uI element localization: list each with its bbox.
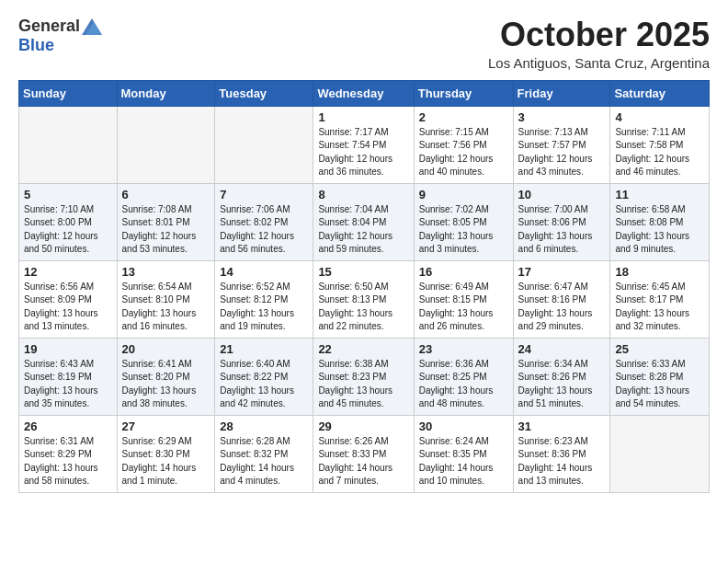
col-friday: Friday	[513, 80, 610, 106]
day-number: 13	[122, 265, 210, 279]
day-number: 21	[220, 342, 308, 356]
table-cell: 15Sunrise: 6:50 AM Sunset: 8:13 PM Dayli…	[313, 260, 414, 338]
table-cell: 26Sunrise: 6:31 AM Sunset: 8:29 PM Dayli…	[19, 415, 118, 492]
day-info: Sunrise: 7:00 AM Sunset: 8:06 PM Dayligh…	[518, 203, 606, 257]
table-cell: 9Sunrise: 7:02 AM Sunset: 8:05 PM Daylig…	[414, 183, 513, 260]
day-info: Sunrise: 6:29 AM Sunset: 8:30 PM Dayligh…	[122, 435, 210, 488]
col-saturday: Saturday	[610, 80, 710, 106]
day-info: Sunrise: 7:08 AM Sunset: 8:01 PM Dayligh…	[122, 203, 210, 257]
table-cell: 22Sunrise: 6:38 AM Sunset: 8:23 PM Dayli…	[313, 338, 414, 415]
table-cell: 11Sunrise: 6:58 AM Sunset: 8:08 PM Dayli…	[610, 183, 710, 260]
day-info: Sunrise: 6:49 AM Sunset: 8:15 PM Dayligh…	[419, 281, 508, 334]
day-info: Sunrise: 7:06 AM Sunset: 8:02 PM Dayligh…	[220, 203, 308, 257]
calendar-table: Sunday Monday Tuesday Wednesday Thursday…	[18, 80, 710, 493]
day-info: Sunrise: 7:11 AM Sunset: 7:58 PM Dayligh…	[615, 126, 704, 179]
table-cell	[215, 106, 313, 183]
month-title: October 2025	[488, 17, 710, 53]
table-cell: 6Sunrise: 7:08 AM Sunset: 8:01 PM Daylig…	[117, 183, 215, 260]
calendar-week-1: 1Sunrise: 7:17 AM Sunset: 7:54 PM Daylig…	[19, 106, 710, 183]
day-number: 18	[615, 265, 704, 279]
day-number: 4	[615, 110, 704, 124]
col-tuesday: Tuesday	[215, 80, 313, 106]
col-sunday: Sunday	[19, 80, 118, 106]
table-cell: 25Sunrise: 6:33 AM Sunset: 8:28 PM Dayli…	[610, 338, 710, 415]
day-number: 2	[419, 110, 508, 124]
day-info: Sunrise: 6:24 AM Sunset: 8:35 PM Dayligh…	[419, 435, 508, 488]
day-info: Sunrise: 6:43 AM Sunset: 8:19 PM Dayligh…	[24, 358, 112, 411]
table-cell: 1Sunrise: 7:17 AM Sunset: 7:54 PM Daylig…	[313, 106, 414, 183]
table-cell: 5Sunrise: 7:10 AM Sunset: 8:00 PM Daylig…	[19, 183, 118, 260]
table-cell: 21Sunrise: 6:40 AM Sunset: 8:22 PM Dayli…	[215, 338, 313, 415]
table-cell: 14Sunrise: 6:52 AM Sunset: 8:12 PM Dayli…	[215, 260, 313, 338]
col-thursday: Thursday	[414, 80, 513, 106]
day-number: 12	[24, 265, 112, 279]
table-cell: 20Sunrise: 6:41 AM Sunset: 8:20 PM Dayli…	[117, 338, 215, 415]
day-number: 22	[318, 342, 408, 356]
logo-blue-text: Blue	[18, 36, 54, 55]
table-cell	[19, 106, 118, 183]
day-info: Sunrise: 6:50 AM Sunset: 8:13 PM Dayligh…	[318, 281, 408, 334]
table-cell: 17Sunrise: 6:47 AM Sunset: 8:16 PM Dayli…	[513, 260, 610, 338]
table-cell: 31Sunrise: 6:23 AM Sunset: 8:36 PM Dayli…	[513, 415, 610, 492]
location-subtitle: Los Antiguos, Santa Cruz, Argentina	[488, 55, 710, 71]
calendar-header-row: Sunday Monday Tuesday Wednesday Thursday…	[19, 80, 710, 106]
table-cell	[117, 106, 215, 183]
table-cell	[610, 415, 710, 492]
day-info: Sunrise: 6:33 AM Sunset: 8:28 PM Dayligh…	[615, 358, 704, 411]
day-info: Sunrise: 7:15 AM Sunset: 7:56 PM Dayligh…	[419, 126, 508, 179]
col-wednesday: Wednesday	[313, 80, 414, 106]
table-cell: 16Sunrise: 6:49 AM Sunset: 8:15 PM Dayli…	[414, 260, 513, 338]
day-info: Sunrise: 6:45 AM Sunset: 8:17 PM Dayligh…	[615, 281, 704, 334]
day-number: 19	[24, 342, 112, 356]
day-number: 6	[122, 188, 210, 201]
day-info: Sunrise: 6:36 AM Sunset: 8:25 PM Dayligh…	[419, 358, 508, 411]
day-number: 29	[318, 419, 408, 433]
day-number: 11	[615, 188, 704, 201]
table-cell: 2Sunrise: 7:15 AM Sunset: 7:56 PM Daylig…	[414, 106, 513, 183]
table-cell: 28Sunrise: 6:28 AM Sunset: 8:32 PM Dayli…	[215, 415, 313, 492]
calendar-week-3: 12Sunrise: 6:56 AM Sunset: 8:09 PM Dayli…	[19, 260, 710, 338]
table-cell: 7Sunrise: 7:06 AM Sunset: 8:02 PM Daylig…	[215, 183, 313, 260]
day-number: 20	[122, 342, 210, 356]
day-number: 5	[24, 188, 112, 201]
day-number: 27	[122, 419, 210, 433]
table-cell: 18Sunrise: 6:45 AM Sunset: 8:17 PM Dayli…	[610, 260, 710, 338]
day-info: Sunrise: 6:56 AM Sunset: 8:09 PM Dayligh…	[24, 281, 112, 334]
day-info: Sunrise: 7:17 AM Sunset: 7:54 PM Dayligh…	[318, 126, 408, 179]
header: General Blue October 2025 Los Antiguos, …	[18, 17, 710, 71]
day-number: 17	[518, 265, 606, 279]
day-number: 16	[419, 265, 508, 279]
day-info: Sunrise: 6:38 AM Sunset: 8:23 PM Dayligh…	[318, 358, 408, 411]
day-info: Sunrise: 6:58 AM Sunset: 8:08 PM Dayligh…	[615, 203, 704, 257]
day-number: 14	[220, 265, 308, 279]
day-number: 24	[518, 342, 606, 356]
day-info: Sunrise: 6:34 AM Sunset: 8:26 PM Dayligh…	[518, 358, 606, 411]
day-number: 31	[518, 419, 606, 433]
day-info: Sunrise: 6:54 AM Sunset: 8:10 PM Dayligh…	[122, 281, 210, 334]
table-cell: 12Sunrise: 6:56 AM Sunset: 8:09 PM Dayli…	[19, 260, 118, 338]
day-number: 7	[220, 188, 308, 201]
day-info: Sunrise: 6:31 AM Sunset: 8:29 PM Dayligh…	[24, 435, 112, 488]
day-info: Sunrise: 7:04 AM Sunset: 8:04 PM Dayligh…	[318, 203, 408, 257]
calendar-week-5: 26Sunrise: 6:31 AM Sunset: 8:29 PM Dayli…	[19, 415, 710, 492]
day-info: Sunrise: 6:23 AM Sunset: 8:36 PM Dayligh…	[518, 435, 606, 488]
calendar-week-2: 5Sunrise: 7:10 AM Sunset: 8:00 PM Daylig…	[19, 183, 710, 260]
logo-icon	[82, 18, 102, 35]
day-number: 15	[318, 265, 408, 279]
day-info: Sunrise: 6:26 AM Sunset: 8:33 PM Dayligh…	[318, 435, 408, 488]
day-info: Sunrise: 6:47 AM Sunset: 8:16 PM Dayligh…	[518, 281, 606, 334]
day-number: 9	[419, 188, 508, 201]
table-cell: 29Sunrise: 6:26 AM Sunset: 8:33 PM Dayli…	[313, 415, 414, 492]
day-number: 26	[24, 419, 112, 433]
day-info: Sunrise: 6:52 AM Sunset: 8:12 PM Dayligh…	[220, 281, 308, 334]
table-cell: 19Sunrise: 6:43 AM Sunset: 8:19 PM Dayli…	[19, 338, 118, 415]
day-number: 25	[615, 342, 704, 356]
day-number: 30	[419, 419, 508, 433]
calendar-week-4: 19Sunrise: 6:43 AM Sunset: 8:19 PM Dayli…	[19, 338, 710, 415]
table-cell: 30Sunrise: 6:24 AM Sunset: 8:35 PM Dayli…	[414, 415, 513, 492]
day-info: Sunrise: 7:13 AM Sunset: 7:57 PM Dayligh…	[518, 126, 606, 179]
day-number: 28	[220, 419, 308, 433]
day-number: 23	[419, 342, 508, 356]
title-block: October 2025 Los Antiguos, Santa Cruz, A…	[488, 17, 710, 71]
day-number: 10	[518, 188, 606, 201]
